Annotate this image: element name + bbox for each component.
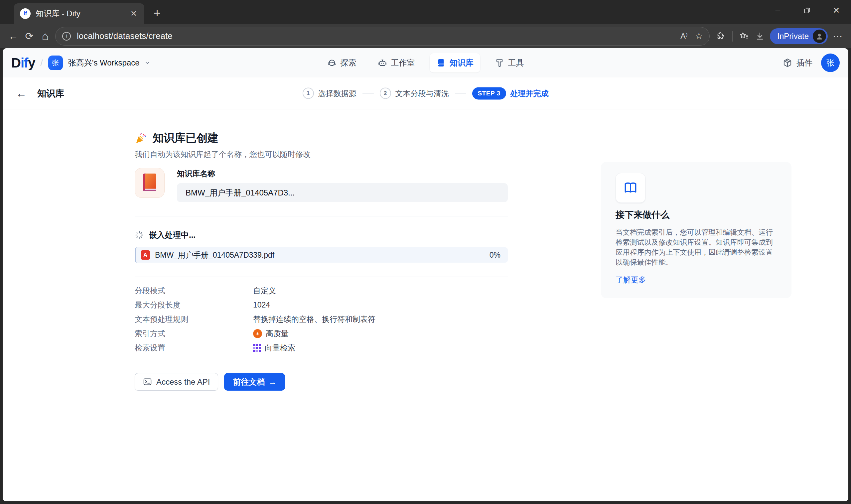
browser-menu-button[interactable]: ⋯ <box>830 28 846 44</box>
book-icon <box>436 58 446 68</box>
page-viewport: Dify / 张 张高兴's Workspace 探索 <box>3 48 848 501</box>
setting-label: 索引方式 <box>135 328 253 339</box>
party-popper-icon <box>135 132 147 145</box>
user-avatar[interactable]: 张 <box>821 54 840 72</box>
divider <box>135 276 508 277</box>
step-connector <box>455 93 466 94</box>
main-column: 知识库已创建 我们自动为该知识库起了个名称，您也可以随时修改 <box>135 109 508 391</box>
file-progress-percent: 0% <box>490 251 500 260</box>
tab-strip: if 知识库 - Dify ✕ + – ✕ <box>0 0 851 24</box>
workspace-name[interactable]: 张高兴's Workspace <box>68 57 140 68</box>
back-arrow-button[interactable]: ← <box>16 88 26 99</box>
nav-item-knowledge[interactable]: 知识库 <box>430 53 480 72</box>
arrow-right-icon: → <box>268 377 276 386</box>
site-info-icon[interactable]: i <box>62 32 71 40</box>
setting-value: 替换掉连续的空格、换行符和制表符 <box>253 314 375 324</box>
favorite-star-icon[interactable]: ☆ <box>695 31 703 41</box>
step-2-label: 文本分段与清洗 <box>395 88 449 98</box>
learn-more-link[interactable]: 了解更多 <box>616 275 646 285</box>
downloads-button[interactable] <box>752 28 768 44</box>
plugins-button[interactable]: 插件 <box>782 57 812 68</box>
tab-close-icon[interactable]: ✕ <box>129 9 138 18</box>
puzzle-icon <box>716 32 726 41</box>
setting-row-max-length: 最大分段长度 1024 <box>135 298 508 312</box>
setting-value: 向量检索 <box>253 343 295 353</box>
logo-d: D <box>11 55 21 70</box>
minimize-button[interactable]: – <box>763 0 793 21</box>
whats-next-title: 接下来做什么 <box>616 209 777 221</box>
chevron-down-icon[interactable] <box>144 60 150 66</box>
brand-area: Dify / 张 张高兴's Workspace <box>11 55 150 71</box>
nav-label: 工具 <box>508 57 524 68</box>
name-field-block: 知识库名称 <box>177 168 508 202</box>
nav-item-explore[interactable]: 探索 <box>321 53 363 72</box>
high-quality-icon: ✶ <box>253 329 262 338</box>
pdf-file-icon: A <box>141 250 150 260</box>
setting-row-preprocess-rules: 文本预处理规则 替换掉连续的空格、换行符和制表符 <box>135 312 508 326</box>
action-buttons: Access the API 前往文档 → <box>135 373 508 391</box>
dataset-icon-tile <box>135 168 165 198</box>
robot-icon <box>378 58 387 68</box>
nav-item-studio[interactable]: 工作室 <box>371 53 422 72</box>
workspace-chip[interactable]: 张 <box>48 55 63 70</box>
inprivate-label: InPrivate <box>777 32 809 41</box>
setting-value-text: 向量检索 <box>265 343 295 353</box>
app-header: Dify / 张 张高兴's Workspace 探索 <box>3 48 848 77</box>
sub-header: ← 知识库 1 选择数据源 2 文本分段与清洗 STEP 3 处理并完成 <box>3 77 848 109</box>
new-tab-button[interactable]: + <box>154 7 161 19</box>
plugins-label: 插件 <box>796 57 812 68</box>
access-api-button[interactable]: Access the API <box>135 373 218 391</box>
embedding-status-title: 嵌入处理中... <box>149 230 196 240</box>
step-3-badge: STEP 3 <box>472 87 506 100</box>
explore-planet-icon <box>327 58 337 68</box>
setting-label: 分段模式 <box>135 286 253 296</box>
file-progress-row: A BMW_用户手册_01405A7D339.pdf 0% <box>135 247 508 263</box>
profile-avatar <box>813 30 826 43</box>
tools-icon <box>495 58 504 68</box>
dataset-name-input[interactable] <box>177 183 508 202</box>
address-bar[interactable]: i localhost/datasets/create A⁾ ☆ <box>55 27 710 46</box>
open-book-tile <box>616 173 645 203</box>
collections-button[interactable] <box>736 28 752 44</box>
go-to-docs-button[interactable]: 前往文档 → <box>224 373 285 391</box>
browser-toolbar: ← ⟳ ⌂ i localhost/datasets/create A⁾ ☆ I… <box>0 24 851 48</box>
dify-favicon: if <box>20 8 31 19</box>
created-subtitle: 我们自动为该知识库起了个名称，您也可以随时修改 <box>135 149 508 160</box>
close-window-button[interactable]: ✕ <box>822 0 851 21</box>
nav-label: 知识库 <box>449 57 474 68</box>
setting-label: 检索设置 <box>135 343 253 353</box>
collections-star-icon <box>739 31 749 41</box>
dataset-name-label: 知识库名称 <box>177 168 508 179</box>
download-icon <box>755 32 764 41</box>
extensions-button[interactable] <box>713 28 729 44</box>
toolbar-separator <box>732 31 733 41</box>
home-button[interactable]: ⌂ <box>37 28 53 44</box>
go-to-docs-label: 前往文档 <box>233 377 265 387</box>
refresh-button[interactable]: ⟳ <box>21 28 37 44</box>
nav-label: 探索 <box>340 57 356 68</box>
content-area: 知识库已创建 我们自动为该知识库起了个名称，您也可以随时修改 <box>3 109 848 501</box>
url-text[interactable]: localhost/datasets/create <box>77 31 673 41</box>
back-button[interactable]: ← <box>5 28 21 44</box>
settings-summary: 分段模式 自定义 最大分段长度 1024 文本预处理规则 替换掉连续的空格、换行… <box>135 284 508 355</box>
access-api-label: Access the API <box>156 377 210 386</box>
read-aloud-icon[interactable]: A⁾ <box>680 32 688 41</box>
step-connector <box>362 93 373 94</box>
open-book-icon <box>623 181 638 195</box>
step-1-label: 选择数据源 <box>318 88 356 98</box>
created-title: 知识库已创建 <box>153 131 218 146</box>
spinner-icon <box>135 230 144 240</box>
page-title: 知识库 <box>37 87 64 100</box>
nav-item-tools[interactable]: 工具 <box>488 53 531 72</box>
inprivate-badge[interactable]: InPrivate <box>770 28 828 44</box>
browser-tab[interactable]: if 知识库 - Dify ✕ <box>14 3 144 24</box>
restore-button[interactable] <box>793 0 822 21</box>
setting-row-segment-mode: 分段模式 自定义 <box>135 284 508 298</box>
terminal-icon <box>143 377 152 386</box>
logo-y: y <box>28 55 35 70</box>
dify-logo[interactable]: Dify <box>11 55 35 71</box>
header-right: 插件 张 <box>782 54 840 72</box>
setting-value-text: 高质量 <box>266 328 289 339</box>
nav-label: 工作室 <box>391 57 415 68</box>
step-2-circle: 2 <box>379 88 391 99</box>
